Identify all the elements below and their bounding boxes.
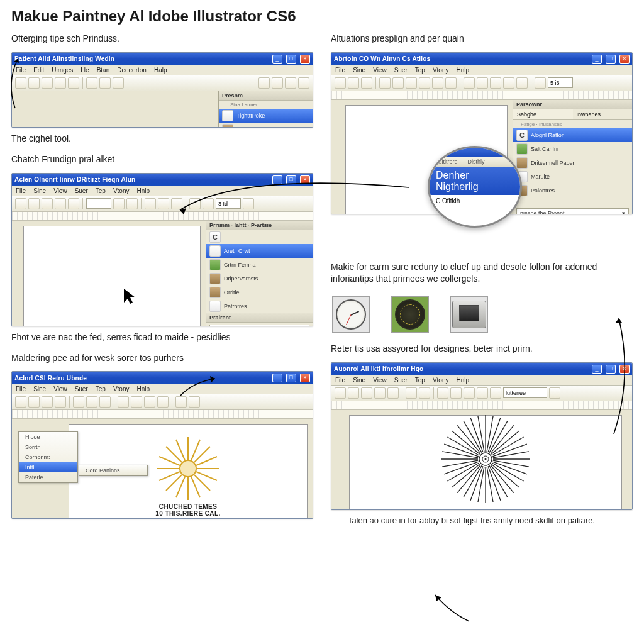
tool-icon[interactable] (68, 198, 79, 209)
tool-icon[interactable] (15, 77, 26, 89)
menu-edit[interactable]: Edit (33, 67, 44, 74)
tool-icon[interactable] (189, 198, 201, 209)
tool-icon[interactable] (203, 198, 214, 209)
tool-icon[interactable] (361, 77, 372, 89)
tool-icon[interactable] (464, 387, 475, 399)
tool-icon[interactable] (99, 77, 111, 89)
minimize-button[interactable]: _ (272, 374, 282, 382)
tool-icon[interactable] (285, 77, 296, 89)
tool-icon[interactable] (503, 77, 514, 89)
tool-icon[interactable] (243, 198, 254, 209)
tool-icon[interactable] (361, 387, 372, 399)
tool-icon[interactable] (28, 198, 40, 209)
tool-icon[interactable] (392, 77, 404, 89)
tool-icon[interactable] (490, 387, 501, 399)
tool-icon[interactable] (450, 387, 462, 399)
tool-icon[interactable] (189, 396, 200, 408)
menu-vtony[interactable]: Vtony (433, 67, 449, 74)
tool-icon[interactable] (73, 396, 84, 408)
tool-icon[interactable] (419, 387, 430, 399)
tool-icon[interactable] (437, 387, 448, 399)
menu-vtony[interactable]: Vtony (113, 187, 130, 194)
tab[interactable]: Inwoanes (573, 109, 633, 119)
menu-view[interactable]: View (53, 187, 67, 194)
minimize-button[interactable]: _ (592, 55, 602, 64)
panel-item[interactable]: Crtrn Femna (206, 258, 313, 272)
tool-icon[interactable] (126, 198, 138, 209)
menu-file[interactable]: File (16, 386, 26, 392)
menu-item[interactable]: Hiooe (19, 432, 77, 442)
menu-file[interactable]: File (335, 377, 345, 384)
tool-icon[interactable] (549, 387, 560, 399)
maximize-button[interactable]: □ (606, 365, 616, 374)
tool-icon[interactable] (131, 396, 142, 408)
minimize-button[interactable]: _ (272, 55, 282, 64)
menu-vtony[interactable]: Vtony (433, 377, 449, 384)
minimize-button[interactable]: _ (592, 365, 602, 374)
panel-item[interactable]: Marulte (513, 170, 632, 184)
menu-lle[interactable]: Lle (80, 67, 89, 74)
menu-hnlp[interactable]: Hnlp (136, 187, 150, 194)
menu-file[interactable]: File (16, 67, 26, 74)
tool-icon[interactable] (68, 77, 79, 89)
tool-icon[interactable] (335, 387, 346, 399)
menu-vtony[interactable]: Vtony (113, 386, 130, 392)
tab[interactable]: Sabghe (513, 109, 573, 119)
tool-icon[interactable] (432, 77, 443, 89)
tool-icon[interactable] (171, 198, 182, 209)
menu-view[interactable]: View (53, 386, 67, 392)
menu-btan[interactable]: Btan (97, 67, 110, 74)
tool-icon[interactable] (348, 387, 359, 399)
maximize-button[interactable]: □ (286, 374, 296, 382)
menu-item[interactable]: Cornonm: (19, 452, 77, 462)
menu-tep[interactable]: Tep (96, 187, 106, 194)
tool-icon[interactable] (379, 77, 391, 89)
tool-icon[interactable] (113, 198, 125, 209)
tool-icon[interactable] (158, 198, 169, 209)
menu-suer[interactable]: Suer (75, 187, 88, 194)
menu-deeeerton[interactable]: Deeeerton (117, 67, 147, 74)
panel-select[interactable]: Frwyret E:Snonhen▾ (209, 325, 309, 326)
panel-item[interactable]: DriperVarnsts (206, 272, 313, 286)
panel-item[interactable]: Imcarents (219, 123, 313, 128)
toolbar-value[interactable] (548, 77, 573, 88)
tool-icon[interactable] (490, 77, 501, 89)
tool-icon[interactable] (118, 396, 129, 408)
tool-icon[interactable] (535, 77, 546, 89)
tool-icon[interactable] (15, 396, 26, 408)
panel-item[interactable]: Orritle (206, 286, 313, 299)
menu-view[interactable]: View (373, 377, 387, 384)
close-button[interactable]: × (300, 175, 310, 184)
close-button[interactable]: × (300, 374, 310, 382)
menu-file[interactable]: File (16, 187, 26, 194)
menu-item[interactable]: Sorrtn (19, 442, 77, 452)
panel-item[interactable]: Salt Canfrir (513, 142, 632, 156)
menu-suer[interactable]: Suer (394, 67, 408, 74)
menu-file[interactable]: File (335, 67, 345, 74)
tool-icon[interactable] (298, 77, 309, 89)
minimize-button[interactable]: _ (272, 175, 282, 184)
tool-icon[interactable] (464, 77, 475, 89)
menu-suer[interactable]: Suer (75, 386, 88, 392)
tool-icon[interactable] (55, 198, 66, 209)
tool-icon[interactable] (15, 198, 26, 209)
tool-icon[interactable] (42, 396, 53, 408)
menu-halp[interactable]: Halp (154, 67, 167, 74)
panel-item[interactable]: CAlognl Raffor (513, 128, 632, 142)
tool-icon[interactable] (55, 77, 66, 89)
tool-icon[interactable] (374, 387, 386, 399)
menu-sine[interactable]: Sine (33, 187, 46, 194)
panel-item[interactable]: Palontres (513, 184, 632, 197)
tool-icon[interactable] (348, 77, 359, 89)
maximize-button[interactable]: □ (606, 55, 616, 64)
panel-item[interactable]: Dritsermell Paper (513, 156, 632, 170)
menu-suer[interactable]: Suer (394, 377, 408, 384)
menu-tep[interactable]: Tep (415, 67, 425, 74)
menu-hnlp[interactable]: Hnlp (136, 386, 150, 392)
tool-icon[interactable] (175, 396, 187, 408)
tool-icon[interactable] (144, 396, 155, 408)
tool-icon[interactable] (99, 396, 111, 408)
submenu-item[interactable]: Cord Paninns (79, 465, 147, 475)
mag-tab[interactable]: Disthly (463, 157, 490, 167)
toolbar-value[interactable] (216, 198, 241, 209)
